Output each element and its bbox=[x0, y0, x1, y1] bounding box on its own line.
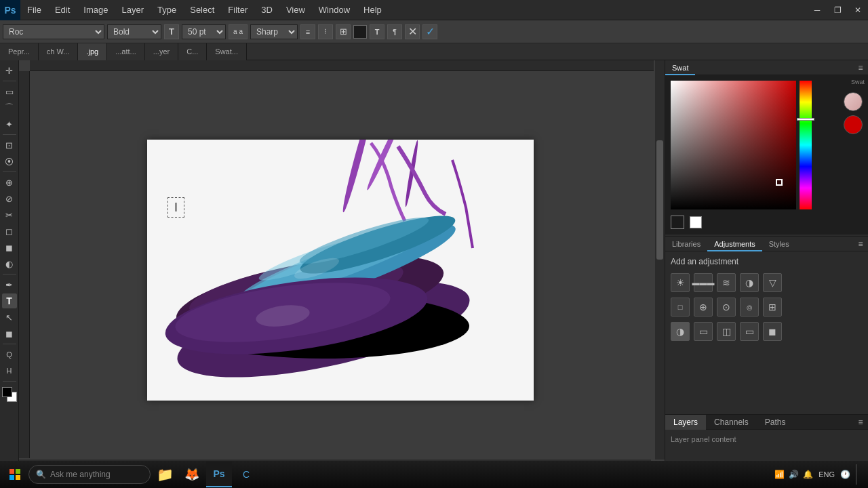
fg-color-box[interactable] bbox=[671, 216, 684, 229]
tab-0[interactable]: Pepr... bbox=[0, 43, 39, 60]
minimize-button[interactable]: ─ bbox=[807, 0, 827, 20]
tab-3[interactable]: ...att... bbox=[107, 43, 145, 60]
menu-filter[interactable]: Filter bbox=[221, 0, 254, 20]
brightness-contrast-btn[interactable]: ☀ bbox=[671, 273, 690, 292]
hand-tool[interactable]: H bbox=[2, 363, 17, 378]
color-balance-btn[interactable]: ⊙ bbox=[717, 298, 736, 317]
paragraph-icon[interactable]: ¶ bbox=[387, 24, 402, 39]
invert-btn[interactable]: ◑ bbox=[671, 322, 690, 341]
taskbar-search-bar[interactable]: 🔍 Ask me anything bbox=[28, 465, 151, 484]
canvas-area[interactable]: I bbox=[19, 60, 665, 469]
taskbar-cloud[interactable]: C bbox=[233, 462, 259, 487]
cancel-icon[interactable]: ✕ bbox=[405, 24, 420, 39]
menu-file[interactable]: File bbox=[20, 0, 48, 20]
menu-3d[interactable]: 3D bbox=[254, 0, 279, 20]
align-right-icon[interactable]: ⊞ bbox=[336, 24, 351, 39]
tab-5[interactable]: C... bbox=[178, 43, 207, 60]
posterize-btn[interactable]: ▭ bbox=[694, 322, 713, 341]
warp-text-icon[interactable]: T bbox=[370, 24, 384, 39]
path-select-tool[interactable]: ↖ bbox=[2, 310, 17, 325]
paths-tab[interactable]: Paths bbox=[757, 415, 794, 430]
lasso-tool[interactable]: ⌒ bbox=[2, 100, 17, 115]
dodge-tool[interactable]: ◐ bbox=[2, 256, 17, 271]
align-center-icon[interactable]: ⁝ bbox=[318, 24, 333, 39]
menu-type[interactable]: Type bbox=[151, 0, 183, 20]
eyedropper-tool[interactable]: ⦿ bbox=[2, 154, 17, 169]
gradient-map-btn[interactable]: ▽ bbox=[763, 273, 782, 292]
font-name-select[interactable]: Roc bbox=[3, 24, 104, 39]
close-button[interactable]: ✕ bbox=[848, 0, 868, 20]
tab-4[interactable]: ...yer bbox=[145, 43, 178, 60]
font-size-select[interactable]: 50 pt bbox=[182, 24, 226, 39]
bg-color-box[interactable] bbox=[690, 216, 702, 228]
tab-2[interactable]: .jpg bbox=[78, 43, 107, 60]
channels-tab[interactable]: Channels bbox=[706, 415, 757, 430]
gradient-fill-btn[interactable]: ▭ bbox=[740, 322, 759, 341]
layers-tab[interactable]: Layers bbox=[665, 415, 706, 430]
pen-tool[interactable]: ✒ bbox=[2, 277, 17, 292]
restore-button[interactable]: ❐ bbox=[827, 0, 848, 20]
brush-tool[interactable]: ⊘ bbox=[2, 191, 17, 206]
commit-icon[interactable]: ✓ bbox=[422, 24, 437, 39]
menu-image[interactable]: Image bbox=[77, 0, 115, 20]
menu-edit[interactable]: Edit bbox=[48, 0, 77, 20]
photo-filter-btn[interactable]: ⌾ bbox=[740, 298, 759, 317]
clone-tool[interactable]: ✂ bbox=[2, 207, 17, 222]
taskbar-photoshop[interactable]: Ps bbox=[206, 462, 232, 487]
font-style-select[interactable]: Bold bbox=[107, 24, 161, 39]
align-left-icon[interactable]: ≡ bbox=[300, 24, 315, 39]
hue-slider[interactable] bbox=[800, 81, 812, 209]
curves-btn[interactable]: ≋ bbox=[717, 273, 736, 292]
menu-help[interactable]: Help bbox=[357, 0, 389, 20]
solid-color-btn[interactable]: ◼ bbox=[763, 322, 782, 341]
menu-select[interactable]: Select bbox=[183, 0, 221, 20]
swatch-1[interactable] bbox=[844, 92, 863, 111]
taskbar-show-desktop[interactable] bbox=[856, 464, 860, 485]
layers-tab-bar: Layers Channels Paths ≡ bbox=[665, 415, 868, 430]
layers-panel-menu[interactable]: ≡ bbox=[853, 415, 868, 430]
rect-select-tool[interactable]: ▭ bbox=[2, 84, 17, 99]
foreground-color[interactable] bbox=[2, 387, 12, 397]
canvas-frame[interactable]: I bbox=[147, 140, 534, 401]
magic-wand-tool[interactable]: ✦ bbox=[2, 117, 17, 131]
spot-heal-tool[interactable]: ⊕ bbox=[2, 175, 17, 190]
swatch-2[interactable] bbox=[844, 115, 863, 134]
crop-tool[interactable]: ⊡ bbox=[2, 138, 17, 152]
exposure-btn[interactable]: ◑ bbox=[740, 273, 759, 292]
threshold-btn[interactable]: ◫ bbox=[717, 322, 736, 341]
options-bar: Roc Bold T 50 pt a a Sharp ≡ ⁝ ⊞ T ¶ ✕ ✓ bbox=[0, 20, 868, 43]
channel-mixer-btn[interactable]: ⊞ bbox=[763, 298, 782, 317]
menu-window[interactable]: Window bbox=[312, 0, 357, 20]
notification-icon[interactable]: 🔔 bbox=[803, 470, 813, 479]
hue-sat-btn[interactable]: ⊕ bbox=[694, 298, 713, 317]
levels-btn[interactable]: ▬▬▬ bbox=[694, 273, 713, 292]
start-button[interactable] bbox=[3, 462, 27, 487]
swatches-tab[interactable]: Swat bbox=[665, 60, 695, 75]
adj-panel-menu[interactable]: ≡ bbox=[853, 237, 868, 251]
network-icon[interactable]: 📶 bbox=[774, 470, 785, 479]
zoom-tool[interactable]: Q bbox=[2, 347, 17, 362]
eraser-tool[interactable]: ◻ bbox=[2, 224, 17, 239]
taskbar-firefox[interactable]: 🦊 bbox=[179, 462, 205, 487]
shape-tool[interactable]: ◼ bbox=[2, 326, 17, 341]
volume-icon[interactable]: 🔊 bbox=[789, 470, 799, 479]
styles-tab[interactable]: Styles bbox=[762, 237, 796, 251]
color-gradient-area[interactable] bbox=[671, 81, 796, 209]
menu-view[interactable]: View bbox=[279, 0, 312, 20]
vertical-scrollbar[interactable] bbox=[655, 60, 665, 460]
menu-layer[interactable]: Layer bbox=[115, 0, 151, 20]
color-panel: Swat ≡ Swat bbox=[665, 60, 868, 237]
adjustments-tab[interactable]: Adjustments bbox=[707, 237, 762, 251]
text-color-swatch[interactable] bbox=[353, 25, 367, 39]
gradient-tool[interactable]: ◼ bbox=[2, 240, 17, 255]
color-panel-menu[interactable]: ≡ bbox=[853, 60, 868, 75]
anti-alias-select[interactable]: Sharp bbox=[250, 24, 298, 39]
type-tool[interactable]: T bbox=[2, 293, 17, 308]
v-scroll-thumb[interactable] bbox=[656, 140, 663, 260]
move-tool[interactable]: ✛ bbox=[2, 63, 17, 78]
selective-color-btn[interactable]: □ bbox=[671, 298, 690, 317]
libraries-tab[interactable]: Libraries bbox=[665, 237, 707, 251]
taskbar-file-explorer[interactable]: 📁 bbox=[152, 462, 178, 487]
tab-1[interactable]: ch W... bbox=[39, 43, 79, 60]
tab-6[interactable]: Swat... bbox=[207, 43, 247, 60]
